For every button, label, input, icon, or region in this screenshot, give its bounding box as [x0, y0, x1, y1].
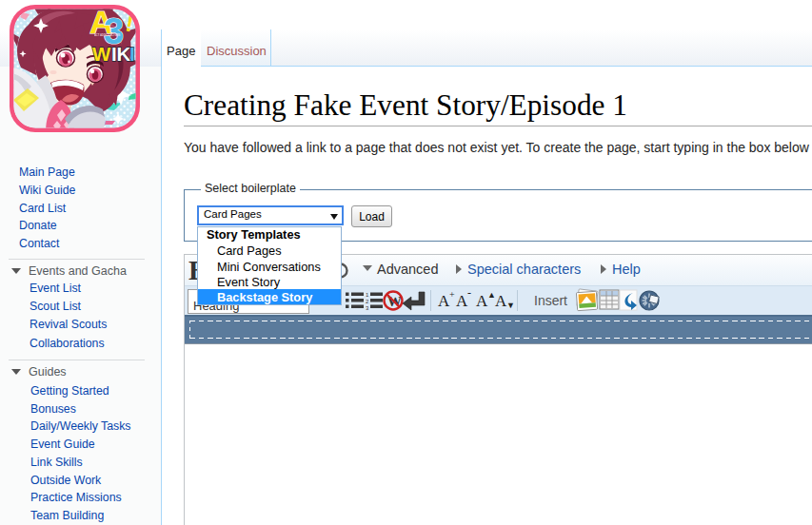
svg-text:2: 2 [366, 299, 369, 304]
svg-text:-: - [467, 288, 471, 300]
svg-text:3: 3 [366, 305, 369, 311]
svg-text:▼: ▼ [506, 301, 515, 310]
svg-text:I: I [129, 43, 134, 65]
svg-text:I: I [111, 43, 116, 65]
svg-text:+: + [449, 289, 455, 300]
svg-text:1: 1 [366, 292, 369, 298]
svg-text:ACT ADDICT ACTORS: ACT ADDICT ACTORS [94, 33, 121, 37]
svg-text:W: W [92, 43, 111, 65]
svg-text:Insert: Insert [534, 293, 567, 308]
